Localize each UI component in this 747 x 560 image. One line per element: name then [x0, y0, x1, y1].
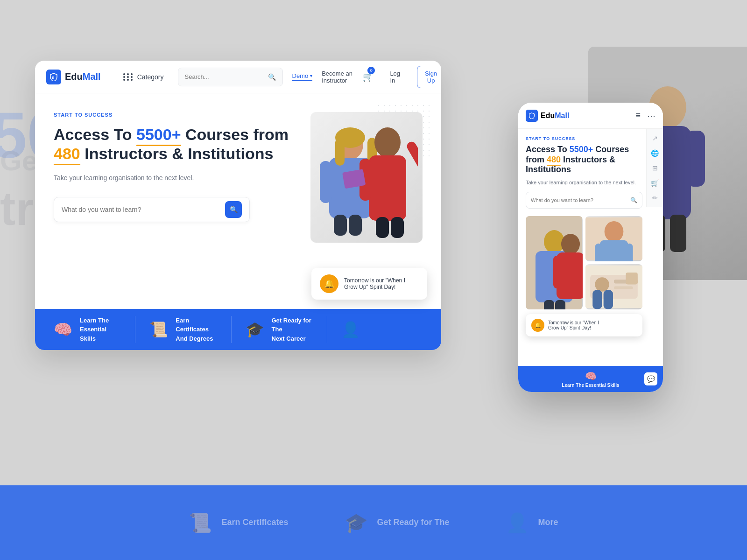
mobile-logo: EduMall — [526, 110, 569, 122]
svg-rect-20 — [376, 217, 389, 238]
mobile-image-2 — [585, 216, 642, 261]
bottom-bar-item-1: 🧠 Learn The Essential Skills — [54, 316, 135, 343]
mobile-nav: EduMall ≡ ⋯ — [518, 103, 663, 129]
mobile-side-icon-pen[interactable]: ✏ — [652, 194, 658, 202]
svg-point-38 — [595, 277, 609, 292]
nav-instructor-link[interactable]: Become an Instructor — [322, 70, 353, 84]
mobile-shield-icon — [529, 112, 535, 119]
nav-logo: E EduMall — [46, 70, 101, 84]
hero-tag: START TO SUCCESS — [54, 112, 301, 118]
mobile-side-icon-grid[interactable]: ⊞ — [652, 164, 658, 172]
desktop-notification-popup: 🔔 Tomorrow is our "When I Grow Up" Spiri… — [311, 268, 427, 300]
bottom-banner-item-3: 👤 More — [506, 512, 558, 534]
bottom-banner-text-2: Get Ready for The — [377, 517, 450, 528]
category-button[interactable]: Category — [123, 73, 164, 81]
mobile-hero-tag: START TO SUCCESS — [526, 136, 642, 141]
mobile-search-bar[interactable]: 🔍 — [526, 192, 642, 209]
signup-button[interactable]: Sign Up — [417, 66, 441, 88]
nav-links: Demo ▾ Become an Instructor 🛒 0 Log In S… — [292, 66, 442, 88]
bottom-banner-icon-2: 🎓 — [345, 512, 368, 534]
desktop-hero: START TO SUCCESS Access To 5500+ Courses… — [35, 93, 441, 309]
hero-search-button[interactable]: 🔍 — [225, 201, 242, 218]
mobile-chat-button[interactable]: 💬 — [644, 372, 657, 385]
nav-demo-link[interactable]: Demo ▾ — [292, 72, 313, 81]
svg-rect-12 — [335, 138, 345, 166]
mobile-logo-icon — [526, 110, 538, 122]
nav-search-bar[interactable]: 🔍 — [178, 68, 283, 86]
mobile-image-3 — [585, 264, 642, 309]
svg-rect-14 — [334, 215, 347, 236]
svg-rect-33 — [600, 240, 628, 261]
svg-rect-43 — [626, 273, 637, 284]
bottom-banner-item-2: 🎓 Get Ready for The — [345, 512, 450, 534]
svg-rect-27 — [555, 300, 565, 309]
grid-icon — [123, 73, 134, 81]
mobile-side-icon-cart[interactable]: 🛒 — [651, 179, 659, 187]
login-button[interactable]: Log In — [382, 66, 408, 88]
svg-point-24 — [544, 230, 564, 253]
svg-rect-34 — [595, 244, 602, 261]
bottom-banner: 📜 Earn Certificates 🎓 Get Ready for The … — [0, 485, 747, 560]
hero-content: START TO SUCCESS Access To 5500+ Courses… — [54, 112, 310, 309]
mobile-side-icon-globe[interactable]: 🌐 — [651, 149, 659, 157]
svg-rect-15 — [349, 215, 362, 236]
mobile-more-icon[interactable]: ⋯ — [647, 111, 655, 121]
bottom-banner-text-1: Earn Certificates — [221, 517, 288, 528]
svg-rect-40 — [604, 290, 613, 309]
brain-icon-1: 🧠 — [54, 321, 72, 338]
bottom-bar-item-3: 🎓 Get Ready for The Next Career — [232, 316, 327, 343]
bottom-banner-item-1: 📜 Earn Certificates — [189, 512, 288, 534]
mobile-content: START TO SUCCESS Access To 5500+ Courses… — [518, 129, 663, 366]
desktop-bottom-bar: 🧠 Learn The Essential Skills 📜 Earn Cert… — [35, 309, 441, 350]
mobile-hero-subtitle: Take your learning organisation to the n… — [526, 179, 642, 187]
hero-title: Access To 5500+ Courses from 480 Instruc… — [54, 125, 301, 163]
svg-rect-35 — [626, 244, 633, 261]
nav-search-icon: 🔍 — [268, 73, 276, 81]
mobile-image-1 — [526, 216, 583, 309]
svg-rect-5 — [670, 215, 686, 252]
mobile-bottom-bar: 🧠 Learn The Essential Skills 💬 — [518, 366, 663, 392]
svg-rect-42 — [614, 287, 633, 289]
bottom-bar-label-1: Learn The Essential Skills — [80, 316, 121, 343]
svg-rect-9 — [320, 161, 331, 203]
mobile-search-input[interactable] — [531, 197, 630, 203]
bottom-bar-label-3: Get Ready for The Next Career — [272, 316, 313, 343]
svg-rect-21 — [391, 217, 404, 238]
mobile-card: EduMall ≡ ⋯ ↗ 🌐 ⊞ 🛒 ✏ START TO SUCCESS A… — [518, 103, 663, 392]
mobile-notification-text: Tomorrow is our "When I Grow Up" Spirit … — [548, 320, 599, 330]
user-icon-bar: 👤 — [341, 321, 360, 338]
cart-badge: 0 — [367, 67, 375, 74]
mobile-hamburger-icon[interactable]: ≡ — [635, 111, 641, 120]
bottom-banner-text-3: More — [538, 517, 558, 528]
mobile-brain-icon: 🧠 — [585, 371, 597, 382]
nav-search-input[interactable] — [185, 73, 263, 80]
bottom-bar-label-2: Earn Certificates And Degrees — [176, 316, 217, 343]
mobile-search-icon: 🔍 — [630, 197, 637, 203]
nav-cart-button[interactable]: 🛒 0 — [363, 69, 373, 85]
mobile-course-images — [526, 216, 642, 309]
logo-text: EduMall — [65, 71, 101, 82]
mobile-menu-icons: ≡ ⋯ — [635, 111, 655, 121]
svg-point-28 — [561, 234, 580, 254]
search-icon: 🔍 — [230, 206, 238, 213]
hero-image — [310, 112, 423, 243]
mobile-notification-popup: 🔔 Tomorrow is our "When I Grow Up" Spiri… — [526, 314, 642, 336]
svg-rect-17 — [369, 155, 406, 221]
mobile-hero-title: Access To 5500+ Courses from 480 Instruc… — [526, 145, 642, 175]
mobile-side-icons: ↗ 🌐 ⊞ 🛒 ✏ — [646, 129, 663, 207]
hero-search-input[interactable] — [62, 206, 225, 213]
bottom-banner-icon-3: 👤 — [506, 512, 529, 534]
mobile-bottom-label: Learn The Essential Skills — [562, 383, 619, 388]
svg-point-16 — [374, 127, 401, 157]
hero-subtitle: Take your learning organisation to the n… — [54, 173, 301, 183]
career-icon: 🎓 — [246, 321, 264, 338]
mobile-side-icon-arrow[interactable]: ↗ — [652, 134, 658, 142]
svg-rect-29 — [557, 252, 583, 299]
svg-rect-26 — [544, 300, 554, 309]
shield-icon: E — [49, 73, 58, 81]
hero-people-svg — [315, 117, 418, 238]
chat-icon: 💬 — [647, 375, 655, 383]
hero-search-bar[interactable]: 🔍 — [54, 197, 250, 222]
hero-image-area: 🔔 Tomorrow is our "When I Grow Up" Spiri… — [310, 112, 423, 309]
svg-rect-30 — [553, 256, 560, 288]
